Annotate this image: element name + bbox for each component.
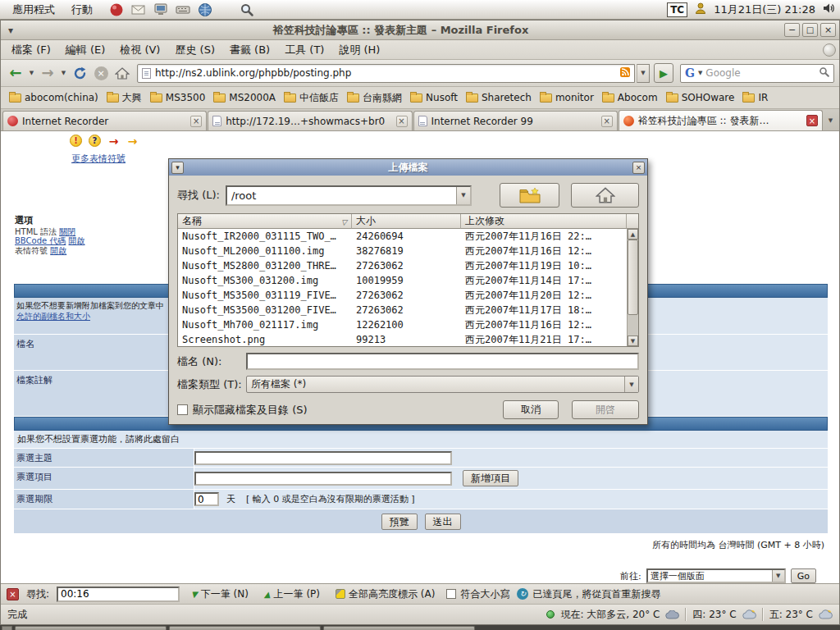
dialog-filename-input[interactable] [246,353,639,370]
forum-select[interactable]: 選擇一個版面 [646,568,786,583]
search-input[interactable] [705,67,815,79]
column-size[interactable]: 大小 [352,214,461,229]
clock[interactable]: 11月21日(三) 21:28 [714,2,815,17]
smilies-toggle-link[interactable]: 開啟 [50,246,66,255]
bookmark-item[interactable]: IR [739,90,771,105]
scrollbar-thumb[interactable] [628,240,638,315]
smiley-arrow-icon[interactable] [107,135,120,147]
preview-button[interactable]: 預覽 [381,514,418,530]
submit-button[interactable]: 送出 [425,514,461,530]
file-row[interactable]: Nusoft_MS3500_031200_FIVE…27263062西元2007… [178,303,627,317]
search-launcher-icon[interactable] [239,2,255,18]
tab-list-button[interactable] [824,111,838,130]
file-row[interactable]: Screenshot.png99213西元2007年11月21日 17:… [178,332,627,346]
dialog-window-menu-icon[interactable] [171,162,184,174]
taskbar-button[interactable] [323,626,475,630]
menu-tools[interactable]: 工具 (T) [277,41,331,59]
file-row[interactable]: Nusoft_ML2000_011100.img38276819西元2007年1… [178,244,627,258]
poll-topic-input[interactable] [194,451,452,465]
file-row[interactable]: Nusoft_MS2800_031200_THRE…27263062西元2007… [178,258,627,273]
weather-thursday[interactable]: 四: 23° C [692,608,736,622]
menu-view[interactable]: 檢視 (V) [112,41,167,59]
close-button[interactable] [820,23,836,37]
filetype-combo[interactable]: 所有檔案 (*) [246,376,639,393]
show-hidden-checkbox[interactable]: 顯示隱藏檔案及目錄 (S) [177,403,308,418]
bbcode-toggle-link[interactable]: 開啟 [69,236,85,245]
tab-forum-active[interactable]: 裕笠科技討論專區 :: 發表新… [619,110,823,130]
bookmark-item[interactable]: 中信飯店 [281,89,342,107]
url-dropdown-icon[interactable] [637,64,650,83]
search-engine-dropdown-icon[interactable] [698,70,702,76]
column-name[interactable]: 名稱 [178,214,352,229]
bookmark-item[interactable]: Sharetech [463,90,535,105]
bookmark-item[interactable]: 台南縣網 [344,89,405,107]
dialog-close-button[interactable] [632,162,645,174]
search-box[interactable]: G [680,64,834,83]
smiley-arrow2-icon[interactable] [126,135,139,147]
minimize-button[interactable] [784,23,800,37]
tab-close-icon[interactable] [396,116,408,127]
file-row[interactable]: Nusoft_MS300_031200.img10019959西元2007年11… [178,273,627,288]
scroll-down-icon[interactable] [628,336,638,346]
scroll-up-icon[interactable] [628,229,638,240]
forward-dropdown-icon[interactable] [59,63,68,83]
url-bar[interactable]: http://ns2.ublink.org/phpbb/posting.php [137,64,635,83]
window-titlebar[interactable]: 裕笠科技討論專區 :: 發表新主題 – Mozilla Firefox [1,21,839,40]
window-menu-icon[interactable] [4,24,17,37]
volume-icon[interactable] [822,2,835,17]
bookmark-item[interactable]: Abocom [599,90,661,105]
bookmark-item[interactable]: monitor [536,90,597,105]
bbcode-link[interactable]: BBCode 代碼 [15,236,66,245]
forward-button[interactable] [38,63,57,83]
location-combo[interactable]: /root [226,185,472,206]
dialog-titlebar[interactable]: 上傳檔案 [169,159,647,176]
weather-now[interactable]: 現在: 大部多云, 20° C [560,608,660,622]
web-launcher-icon[interactable] [108,2,125,18]
bookmark-item[interactable]: Nusoft [407,90,461,105]
go-button[interactable] [654,63,673,83]
weather-friday[interactable]: 五: 23° C [769,608,813,622]
menu-bookmarks[interactable]: 書籤 (B) [222,41,277,59]
search-icon[interactable] [819,66,829,80]
taskbar-button[interactable] [169,626,321,630]
menu-file[interactable]: 檔案 (F) [4,41,58,59]
findbar-close-icon[interactable] [7,588,19,600]
smiley-question-icon[interactable] [89,135,101,147]
menu-history[interactable]: 歷史 (S) [167,41,222,59]
new-folder-button[interactable] [500,183,559,208]
dialog-home-button[interactable] [571,183,639,208]
column-modified[interactable]: 上次修改 [461,214,627,229]
poll-duration-input[interactable] [194,492,219,506]
match-case-checkbox[interactable]: 符合大小寫 [446,587,509,601]
tab-close-icon[interactable] [601,116,613,127]
home-button[interactable] [112,63,132,83]
taskbar-button[interactable] [15,626,167,630]
bookmark-item[interactable]: SOHOware [663,90,738,105]
cancel-button[interactable]: 取消 [503,400,559,419]
tab-internet-recorder-99[interactable]: Internet Recorder 99 [413,111,618,130]
reload-button[interactable] [70,63,89,83]
goto-go-button[interactable]: Go [791,568,816,583]
back-button[interactable] [6,63,25,83]
maximize-button[interactable] [802,23,818,37]
rss-icon[interactable] [620,67,630,80]
bookmark-item[interactable]: abocom(china) [6,90,102,105]
keyboard-indicator[interactable]: TC [667,2,687,17]
html-toggle-link[interactable]: 關閉 [59,227,75,236]
open-button[interactable]: 開啓 [572,400,639,419]
bookmark-item[interactable]: 大興 [103,89,145,107]
find-input[interactable] [57,587,180,602]
menu-edit[interactable]: 編輯 (E) [58,41,113,59]
menu-help[interactable]: 說明 (H) [331,41,387,59]
back-dropdown-icon[interactable] [27,63,36,83]
keyboard-launcher-icon[interactable] [175,2,191,18]
allowed-extensions-link[interactable]: 允許的副檔名和大小 [16,312,90,321]
file-list-scrollbar[interactable] [627,229,638,346]
find-next-button[interactable]: 下一筆 (N) [187,586,253,603]
tab-internet-recorder[interactable]: Internet Recorder [2,111,207,130]
actions-menu[interactable]: 行動 [64,1,100,19]
highlight-all-button[interactable]: 全部高亮度標示 (A) [331,586,439,603]
mail-launcher-icon[interactable] [130,2,147,18]
user-icon[interactable] [694,2,707,17]
more-emoticons-link[interactable]: 更多表情符號 [71,153,126,165]
